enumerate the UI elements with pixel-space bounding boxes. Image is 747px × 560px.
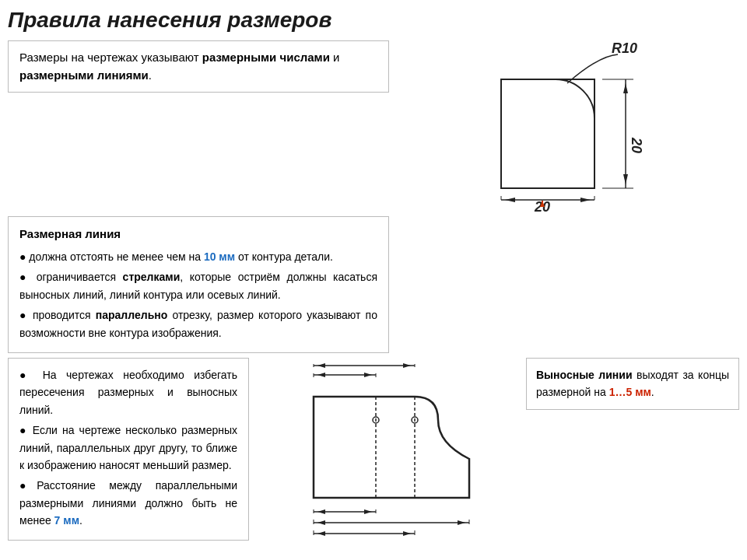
intro-bold2: размерными линиями [19, 68, 149, 82]
page-title: Правила нанесения размеров [8, 8, 739, 33]
svg-marker-38 [317, 520, 325, 525]
bottom-bullet-1: ● На чертежах необходимо избегать пересе… [19, 366, 237, 418]
bottom-left-box: ● На чертежах необходимо избегать пересе… [8, 358, 249, 541]
svg-marker-24 [364, 373, 372, 377]
detail-num-10: 10 мм [204, 250, 235, 263]
detail-title: Размерная линия [19, 225, 377, 243]
intro-text-after: . [149, 68, 152, 82]
svg-marker-33 [317, 509, 325, 514]
detail-bullet-3: ● проводится параллельно отрезку, размер… [19, 306, 377, 341]
bottom-diagram-svg [267, 358, 508, 537]
svg-marker-23 [317, 373, 325, 377]
intro-bold1: размерными числами [202, 51, 330, 64]
svg-marker-5 [623, 83, 628, 93]
svg-marker-43 [317, 531, 325, 536]
middle-row: Размерная линия ● должна отстоять не мен… [8, 216, 739, 353]
svg-text:R10: R10 [612, 40, 637, 56]
svg-marker-6 [623, 174, 628, 184]
top-diagram-svg: R10 20 20 [478, 40, 657, 212]
bottom-row: ● На чертежах необходимо избегать пересе… [8, 358, 739, 541]
svg-marker-44 [403, 531, 411, 536]
svg-text:20: 20 [629, 137, 644, 153]
top-diagram: R10 20 20 [395, 40, 739, 212]
detail-bold-arrows: стрелками [123, 271, 181, 283]
svg-marker-39 [458, 520, 465, 525]
svg-marker-12 [580, 198, 591, 202]
detail-bold-parallel: параллельно [96, 309, 167, 321]
svg-marker-11 [505, 198, 515, 202]
main-container: Размеры на чертежах указывают размерными… [8, 40, 739, 541]
detail-bullet-2: ● ограничивается стрелками, которые остр… [19, 268, 377, 303]
svg-rect-0 [501, 79, 594, 188]
detail-box: Размерная линия ● должна отстоять не мен… [8, 216, 389, 353]
bottom-bullet-3: ●Расстояние между параллельными размерны… [19, 477, 237, 529]
bottom-right-box: Выносные линии выходят за концы размерно… [526, 358, 739, 410]
top-row: Размеры на чертежах указывают размерными… [8, 40, 739, 212]
intro-text-before: Размеры на чертежах указывают [19, 51, 202, 64]
svg-marker-29 [403, 363, 411, 368]
bottom-bullet-2: ● Если на чертеже несколько размерных ли… [19, 422, 237, 474]
svg-marker-34 [364, 509, 372, 514]
svg-marker-28 [317, 363, 325, 368]
intro-text-middle: и [330, 51, 340, 64]
detail-bullet-1: ● должна отстоять не менее чем на 10 мм … [19, 248, 377, 265]
bottom-num-7: 7 мм [54, 514, 79, 527]
bottom-diagram [255, 358, 520, 537]
intro-box: Размеры на чертежах указывают размерными… [8, 40, 389, 93]
bottom-right-highlight: 1…5 мм [609, 386, 651, 398]
bottom-right-text-after: . [651, 386, 654, 398]
